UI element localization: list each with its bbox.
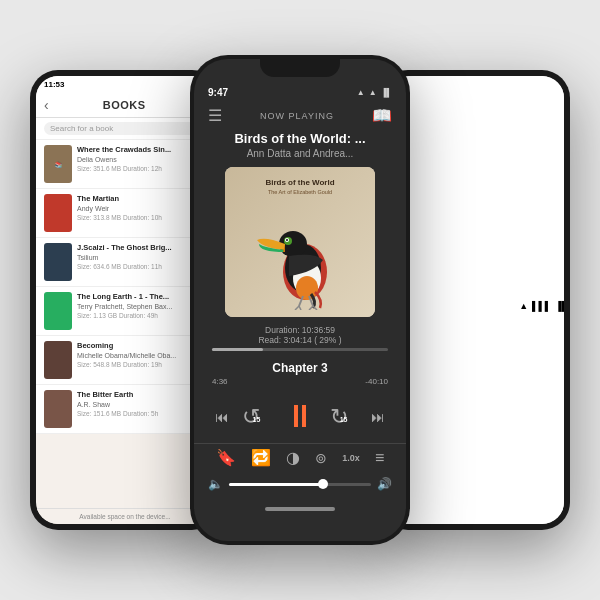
duration-info: Duration: 10:36:59 Read: 3:04:14 ( 29% ) — [194, 325, 406, 348]
search-input[interactable]: Search for a book — [44, 122, 206, 135]
progress-fill — [212, 348, 263, 351]
book-info-5: Becoming Michelle Obama/Michelle Oba... … — [77, 341, 206, 368]
book-cover-5 — [44, 341, 72, 379]
album-art-wrap: Birds of the World The Art of Elizabeth … — [194, 167, 406, 325]
progress-track[interactable] — [212, 348, 388, 351]
center-battery-icon: ▐▌ — [381, 88, 392, 97]
book-cover-1: 📚 — [44, 145, 72, 183]
center-header: ☰ NOW PLAYING 📖 — [194, 102, 406, 131]
svg-point-7 — [286, 239, 288, 241]
volume-low-icon: 🔈 — [208, 477, 223, 491]
rewind-button[interactable]: ⏮ — [215, 409, 229, 425]
book-cover-4 — [44, 292, 72, 330]
speed-label[interactable]: 1.0x — [342, 453, 360, 463]
book-icon[interactable]: 📖 — [372, 106, 392, 125]
controls-row: ⏮ ↺15 ⏸ ↻15 ⏭ — [194, 394, 406, 443]
svg-point-3 — [296, 276, 318, 300]
book-author-6: A.R. Shaw — [77, 401, 206, 408]
center-wifi-icon: ▲ — [369, 88, 377, 97]
current-time: 4:36 — [212, 377, 228, 386]
svg-line-9 — [295, 306, 299, 310]
back15-button[interactable]: ↺15 — [242, 403, 270, 431]
remaining-time: -40:10 — [365, 377, 388, 386]
book-meta-2: Size: 313.8 MB Duration: 10h — [77, 214, 206, 221]
left-footer: Available space on the device... — [36, 508, 214, 524]
list-item[interactable]: The Martian Andy Weir Size: 313.8 MB Dur… — [36, 189, 214, 238]
search-bar: Search for a book — [36, 118, 214, 140]
book-title-1: Where the Crawdads Sin... — [77, 145, 206, 155]
forward-button[interactable]: ⏭ — [371, 409, 385, 425]
book-title-2: The Martian — [77, 194, 206, 204]
right-signal-icon: ▌▌▌ — [532, 301, 551, 311]
book-author-3: Tsilium — [77, 254, 206, 261]
progress-wrap — [194, 348, 406, 351]
hamburger-icon[interactable]: ☰ — [208, 106, 222, 125]
time-row: 4:36 -40:10 — [194, 377, 406, 386]
list-item[interactable]: The Bitter Earth A.R. Shaw Size: 151.6 M… — [36, 385, 214, 434]
book-title-5: Becoming — [77, 341, 206, 351]
book-author-5: Michelle Obama/Michelle Oba... — [77, 352, 206, 359]
right-wifi-icon: ▲ — [519, 301, 528, 311]
equalizer-button[interactable]: ≡ — [375, 449, 384, 467]
chapter-label: Chapter 3 — [194, 357, 406, 377]
back-icon[interactable]: ‹ — [44, 97, 49, 113]
toucan-svg — [255, 200, 345, 310]
book-cover-6 — [44, 390, 72, 428]
album-cover-title: Birds of the World — [257, 174, 342, 188]
book-meta-1: Size: 351.6 MB Duration: 12h — [77, 165, 206, 172]
left-header: ‹ BOOKS ≡ — [36, 93, 214, 118]
book-title-6: The Bitter Earth — [77, 390, 206, 400]
bookmark-button[interactable]: 🔖 — [216, 448, 236, 467]
volume-high-icon: 🔊 — [377, 477, 392, 491]
pause-button[interactable]: ⏸ — [284, 398, 316, 435]
book-info-3: J.Scalzi - The Ghost Brig... Tsilium Siz… — [77, 243, 206, 270]
phone-center: 9:47 ▲ ▲ ▐▌ ☰ NOW PLAYING 📖 Birds of the… — [190, 55, 410, 545]
notch — [260, 55, 340, 77]
book-title-3: J.Scalzi - The Ghost Brig... — [77, 243, 206, 253]
left-header-title: BOOKS — [103, 99, 146, 111]
list-item[interactable]: The Long Earth - 1 - The... Terry Pratch… — [36, 287, 214, 336]
book-title-4: The Long Earth - 1 - The... — [77, 292, 206, 302]
home-indicator — [194, 499, 406, 519]
fwd15-button[interactable]: ↻15 — [330, 403, 358, 431]
volume-thumb — [318, 479, 328, 489]
right-status-bar: ▲ ▌▌▌ ▐▌ — [386, 76, 564, 524]
left-status-bar: 11:53 ▐▌ — [36, 76, 214, 93]
list-item[interactable]: 📚 Where the Crawdads Sin... Delia Owens … — [36, 140, 214, 189]
left-screen: 11:53 ▐▌ ‹ BOOKS ≡ Search for a book 📚 W… — [36, 76, 214, 524]
book-author-2: Andy Weir — [77, 205, 206, 212]
right-battery-icon: ▐▌ — [555, 301, 564, 311]
album-art: Birds of the World The Art of Elizabeth … — [225, 167, 375, 317]
center-time: 9:47 — [208, 87, 228, 98]
book-author-4: Terry Pratchett, Stephen Bax... — [77, 303, 206, 310]
book-info-6: The Bitter Earth A.R. Shaw Size: 151.6 M… — [77, 390, 206, 417]
center-signal-icon: ▲ — [357, 88, 365, 97]
album-cover-subtitle: The Art of Elizabeth Gould — [260, 188, 340, 196]
svg-line-10 — [299, 306, 301, 310]
duration-total: Duration: 10:36:59 — [265, 325, 335, 335]
bottom-controls: 🔖 🔁 ◑ ⊚ 1.0x ≡ — [194, 443, 406, 471]
scene: 11:53 ▐▌ ‹ BOOKS ≡ Search for a book 📚 W… — [10, 20, 590, 580]
book-cover-2 — [44, 194, 72, 232]
theme-button[interactable]: ◑ — [286, 448, 300, 467]
book-meta-6: Size: 151.6 MB Duration: 5h — [77, 410, 206, 417]
now-playing-label: NOW PLAYING — [260, 111, 334, 121]
center-screen: 9:47 ▲ ▲ ▐▌ ☰ NOW PLAYING 📖 Birds of the… — [194, 59, 406, 541]
duration-read: Read: 3:04:14 ( 29% ) — [258, 335, 341, 345]
book-author-1: Delia Owens — [77, 156, 206, 163]
svg-line-12 — [309, 306, 313, 310]
airplay-button[interactable]: ⊚ — [315, 450, 327, 466]
album-art-bg: Birds of the World The Art of Elizabeth … — [225, 167, 375, 317]
book-meta-5: Size: 548.8 MB Duration: 19h — [77, 361, 206, 368]
repeat-button[interactable]: 🔁 — [251, 448, 271, 467]
right-screen: ▲ ▌▌▌ ▐▌ ✕ PROCESSING ✓ back speed (1.0x… — [386, 76, 564, 524]
book-info-1: Where the Crawdads Sin... Delia Owens Si… — [77, 145, 206, 172]
book-info-4: The Long Earth - 1 - The... Terry Pratch… — [77, 292, 206, 319]
book-meta-4: Size: 1.13 GB Duration: 49h — [77, 312, 206, 319]
volume-fill — [229, 483, 321, 486]
left-time: 11:53 — [44, 80, 64, 89]
book-info-2: The Martian Andy Weir Size: 313.8 MB Dur… — [77, 194, 206, 221]
list-item[interactable]: Becoming Michelle Obama/Michelle Oba... … — [36, 336, 214, 385]
volume-slider[interactable] — [229, 483, 371, 486]
list-item[interactable]: J.Scalzi - The Ghost Brig... Tsilium Siz… — [36, 238, 214, 287]
